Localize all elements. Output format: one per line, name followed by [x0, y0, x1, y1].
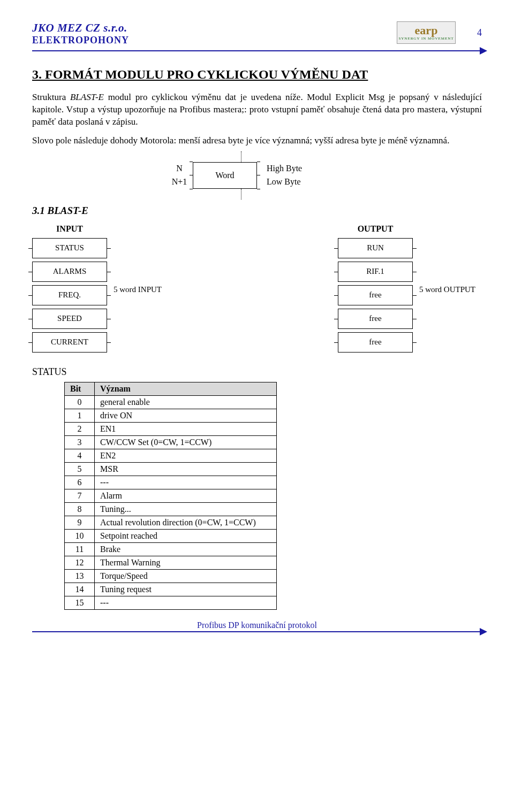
footer-text: Profibus DP komunikační protokol — [32, 621, 482, 630]
bit-cell: 8 — [65, 502, 95, 516]
table-row: 9Actual revolution direction (0=CW, 1=CC… — [65, 516, 277, 529]
th-mean: Význam — [95, 382, 277, 395]
tick — [257, 175, 260, 175]
input-head: INPUT — [32, 224, 107, 234]
input-wrap: INPUT STATUS ALARMS FREQ. SPEED CURRENT … — [32, 224, 168, 356]
input-stack: INPUT STATUS ALARMS FREQ. SPEED CURRENT — [32, 224, 107, 356]
earp-logo: earp SYNERGY IN MOVEMENT — [397, 21, 456, 44]
table-row: 2EN1 — [65, 422, 277, 435]
meaning-cell: Setpoint reached — [95, 529, 277, 542]
meaning-cell: Actual revolution direction (0=CW, 1=CCW… — [95, 516, 277, 529]
section-title: 3. FORMÁT MODULU PRO CYKLICKOU VÝMĚNU DA… — [32, 67, 482, 82]
output-cell-run: RUN — [338, 238, 413, 258]
bit-cell: 11 — [65, 542, 95, 556]
bit-cell: 7 — [65, 489, 95, 502]
header-arrow-line — [32, 50, 482, 51]
bit-cell: 3 — [65, 435, 95, 449]
para1-a: Struktura — [32, 92, 70, 102]
table-row: 10Setpoint reached — [65, 529, 277, 542]
bit-cell: 14 — [65, 583, 95, 596]
meaning-cell: Brake — [95, 542, 277, 556]
page-number: 4 — [477, 27, 482, 39]
header-left: JKO MEZ CZ s.r.o. ELEKTROPOHONY — [32, 21, 129, 46]
table-row: 14Tuning request — [65, 583, 277, 596]
meaning-cell: --- — [95, 476, 277, 489]
table-row: 8Tuning... — [65, 502, 277, 516]
meaning-cell: EN1 — [95, 422, 277, 435]
input-cell-freq: FREQ. — [32, 285, 107, 305]
word-n1-label: N+1 — [166, 175, 193, 189]
status-table: Bit Význam 0general enable1drive ON2EN13… — [64, 382, 277, 610]
table-row: 1drive ON — [65, 409, 277, 422]
table-row: 5MSR — [65, 462, 277, 476]
output-cell-rif1: RIF.1 — [338, 262, 413, 282]
meaning-cell: MSR — [95, 462, 277, 476]
meaning-cell: EN2 — [95, 449, 277, 462]
header-right: earp SYNERGY IN MOVEMENT 4 — [397, 21, 482, 44]
subsection-title: 3.1 BLAST-E — [32, 205, 482, 217]
company-name: JKO MEZ CZ s.r.o. — [32, 21, 129, 35]
output-side-label: 5 word OUTPUT — [419, 285, 475, 294]
bit-cell: 4 — [65, 449, 95, 462]
output-cell-free2: free — [338, 309, 413, 329]
meaning-cell: Torque/Speed — [95, 569, 277, 583]
meaning-cell: drive ON — [95, 409, 277, 422]
bit-cell: 2 — [65, 422, 95, 435]
dotted-top — [241, 151, 241, 162]
tick — [190, 175, 193, 175]
output-cell-free1: free — [338, 285, 413, 305]
output-stack: OUTPUT RUN RIF.1 free free free — [338, 224, 413, 356]
word-box: Word — [193, 162, 257, 189]
meaning-cell: Tuning... — [95, 502, 277, 516]
table-row: 12Thermal Warning — [65, 556, 277, 569]
table-row: 11Brake — [65, 542, 277, 556]
tick — [190, 162, 193, 162]
page-header: JKO MEZ CZ s.r.o. ELEKTROPOHONY earp SYN… — [32, 21, 482, 46]
meaning-cell: general enable — [95, 395, 277, 409]
io-diagram: INPUT STATUS ALARMS FREQ. SPEED CURRENT … — [32, 224, 482, 356]
tick — [257, 162, 260, 162]
word-diagram: N N+1 Word High Byte Low Byte — [166, 162, 348, 189]
table-row: 0general enable — [65, 395, 277, 409]
bit-cell: 5 — [65, 462, 95, 476]
para1-blast: BLAST-E — [70, 92, 104, 102]
input-side-label: 5 word INPUT — [114, 285, 162, 294]
paragraph-2: Slovo pole následuje dohody Motorola: me… — [32, 135, 482, 147]
logo-text: earp — [415, 25, 438, 36]
table-row: 3CW/CCW Set (0=CW, 1=CCW) — [65, 435, 277, 449]
table-row: 4EN2 — [65, 449, 277, 462]
table-row: 15--- — [65, 596, 277, 609]
output-head: OUTPUT — [338, 224, 413, 234]
table-row: 7Alarm — [65, 489, 277, 502]
input-cell-speed: SPEED — [32, 309, 107, 329]
word-n-label: N — [166, 162, 193, 175]
company-subtitle: ELEKTROPOHONY — [32, 35, 129, 46]
meaning-cell: CW/CCW Set (0=CW, 1=CCW) — [95, 435, 277, 449]
input-cell-alarms: ALARMS — [32, 262, 107, 282]
table-row: 6--- — [65, 476, 277, 489]
meaning-cell: Tuning request — [95, 583, 277, 596]
table-row: 13Torque/Speed — [65, 569, 277, 583]
footer-arrow-line — [32, 631, 482, 632]
bit-cell: 15 — [65, 596, 95, 609]
bit-cell: 13 — [65, 569, 95, 583]
bit-cell: 6 — [65, 476, 95, 489]
logo-tagline: SYNERGY IN MOVEMENT — [398, 36, 453, 41]
meaning-cell: Alarm — [95, 489, 277, 502]
high-byte-label: High Byte — [267, 162, 302, 175]
low-byte-label: Low Byte — [267, 175, 302, 189]
th-bit: Bit — [65, 382, 95, 395]
input-cell-current: CURRENT — [32, 332, 107, 353]
tick — [190, 189, 193, 189]
bit-cell: 10 — [65, 529, 95, 542]
bit-cell: 0 — [65, 395, 95, 409]
tick — [257, 189, 260, 189]
bit-cell: 1 — [65, 409, 95, 422]
status-heading: STATUS — [32, 366, 482, 378]
bit-cell: 9 — [65, 516, 95, 529]
meaning-cell: Thermal Warning — [95, 556, 277, 569]
input-cell-status: STATUS — [32, 238, 107, 258]
dotted-bot — [241, 189, 241, 200]
output-wrap: OUTPUT RUN RIF.1 free free free 5 word O… — [338, 224, 482, 356]
output-cell-free3: free — [338, 332, 413, 353]
